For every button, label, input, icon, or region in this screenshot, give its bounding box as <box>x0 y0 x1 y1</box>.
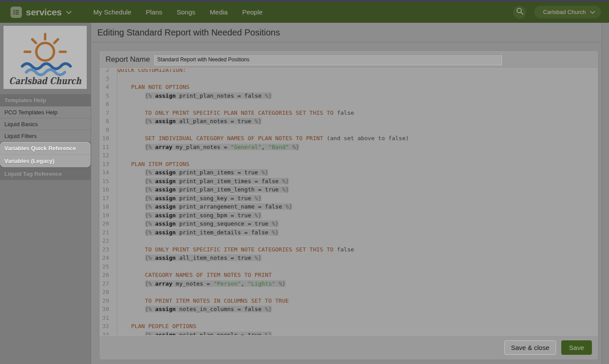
chevron-down-icon <box>66 8 71 16</box>
code-line: 18 {% assign print_arrangement_name = fa… <box>99 202 598 211</box>
line-number: 14 <box>99 168 113 177</box>
code-line: 33 {% assign print_plan_people = true %} <box>99 331 598 336</box>
line-number: 32 <box>99 322 113 331</box>
code-line: 12 <box>99 151 598 160</box>
code-lines: 2QUICK CUSTOMIZATION:3 4 PLAN NOTE OPTIO… <box>99 69 598 335</box>
content-area: Editing Standard Report with Needed Posi… <box>91 23 609 364</box>
line-number: 26 <box>99 271 113 279</box>
logo-church-name: Carlsbad Church <box>9 75 81 86</box>
code-line: 7 TO ONLY PRINT SPECIFIC PLAN NOTE CATEG… <box>99 109 598 117</box>
sidebar-section-header: Liquid Tag Reference <box>0 168 91 180</box>
code-line: 32 PLAN PEOPLE OPTIONS <box>99 322 598 331</box>
app-header: services My SchedulePlansSongsMediaPeopl… <box>0 1 609 23</box>
line-number: 31 <box>99 314 113 322</box>
report-name-input[interactable] <box>154 54 502 65</box>
code-editor[interactable]: 2QUICK CUSTOMIZATION:3 4 PLAN NOTE OPTIO… <box>99 69 598 335</box>
line-number: 22 <box>99 237 113 245</box>
code-line: 23 TO ONLY PRINT SPECIFIC ITEM NOTE CATE… <box>99 245 598 254</box>
code-line: 14 {% assign print_plan_items = true %} <box>99 168 598 177</box>
line-number: 24 <box>99 254 113 262</box>
code-line: 17 {% assign print_song_key = true %} <box>99 194 598 203</box>
nav-item-my-schedule[interactable]: My Schedule <box>93 8 131 16</box>
line-number: 30 <box>99 305 113 314</box>
services-logo-icon <box>11 7 22 18</box>
nav-item-songs[interactable]: Songs <box>177 8 195 16</box>
sidebar-active-group: Variables Quick ReferenceVariables (Lega… <box>0 142 91 167</box>
organization-menu-button[interactable]: Carlsbad Church <box>534 6 601 18</box>
line-number: 33 <box>99 331 113 336</box>
code-line: 19 {% assign print_song_bpm = true %} <box>99 211 598 220</box>
code-line: 25 <box>99 262 598 271</box>
sidebar-item[interactable]: PCO Templates Help <box>0 106 91 118</box>
church-logo: Carlsbad Church <box>4 26 87 89</box>
line-number: 17 <box>99 194 113 203</box>
sidebar-item[interactable]: Variables (Legacy) <box>0 155 91 167</box>
report-name-row: Report Name <box>99 51 598 69</box>
line-number: 28 <box>99 288 113 297</box>
line-number: 23 <box>99 245 113 254</box>
logo-wave-light <box>26 70 65 75</box>
header-right-group: Carlsbad Church <box>513 1 601 23</box>
logo-sun-icon <box>25 34 66 61</box>
search-button[interactable] <box>513 6 526 19</box>
line-number: 10 <box>99 134 113 143</box>
line-number: 8 <box>99 117 113 126</box>
code-line: 28 <box>99 288 598 297</box>
line-number: 3 <box>99 74 113 83</box>
line-number: 12 <box>99 151 113 160</box>
line-number: 15 <box>99 177 113 186</box>
line-number: 19 <box>99 211 113 220</box>
code-line: 2QUICK CUSTOMIZATION: <box>99 69 598 74</box>
line-number: 2 <box>99 69 113 74</box>
report-name-label: Report Name <box>106 55 150 64</box>
nav-item-plans[interactable]: Plans <box>146 8 163 16</box>
services-app-switcher[interactable]: services <box>11 7 83 18</box>
line-number: 5 <box>99 92 113 100</box>
line-number: 21 <box>99 228 113 237</box>
code-line: 15 {% assign print_plan_item_times = fal… <box>99 177 598 186</box>
page-title-bar: Editing Standard Report with Needed Posi… <box>91 23 609 42</box>
code-line: 24 {% assign all_item_notes = true %} <box>99 254 598 262</box>
page-title: Editing Standard Report with Needed Posi… <box>97 28 280 38</box>
code-line: 16 {% assign print_plan_item_length = tr… <box>99 185 598 194</box>
logo-wave-dark <box>22 64 71 69</box>
code-line: 20 {% assign print_song_sequence = true … <box>99 219 598 228</box>
code-line: 3 <box>99 74 598 83</box>
organization-name: Carlsbad Church <box>543 9 586 15</box>
sidebar-item[interactable]: Liquid Filters <box>0 130 91 142</box>
code-line: 22 <box>99 237 598 245</box>
line-number: 20 <box>99 219 113 228</box>
code-line: 5 {% assign print_plan_notes = false %} <box>99 92 598 100</box>
sidebar-section-header: Templates Help <box>0 94 91 106</box>
line-number: 29 <box>99 297 113 305</box>
search-icon <box>516 7 524 17</box>
sidebar: Carlsbad Church Templates HelpPCO Templa… <box>0 23 91 364</box>
nav-item-people[interactable]: People <box>242 8 263 16</box>
line-number: 16 <box>99 185 113 194</box>
nav-item-media[interactable]: Media <box>210 8 228 16</box>
code-line: 9 <box>99 126 598 134</box>
report-editor-panel: Report Name 2QUICK CUSTOMIZATION:3 4 PLA… <box>99 50 598 360</box>
sidebar-item[interactable]: Liquid Basics <box>0 118 91 130</box>
sidebar-menu: Templates HelpPCO Templates HelpLiquid B… <box>0 94 91 180</box>
gutter-divider <box>117 69 117 335</box>
panel-footer: Save & close Save <box>99 335 598 360</box>
code-line: 26 CATEGORY NAMES OF ITEM NOTES TO PRINT <box>99 271 598 279</box>
page-scrollbar[interactable] <box>602 23 609 364</box>
code-line: 8 {% assign all_plan_notes = true %} <box>99 117 598 126</box>
line-number: 7 <box>99 109 113 117</box>
line-number: 11 <box>99 143 113 152</box>
save-and-close-button[interactable]: Save & close <box>504 340 556 355</box>
line-number: 13 <box>99 160 113 169</box>
code-line: 10 SET INDIVIDUAL CATEGORY NAMES OF PLAN… <box>99 134 598 143</box>
line-number: 18 <box>99 202 113 211</box>
save-button[interactable]: Save <box>561 340 592 355</box>
line-number: 27 <box>99 279 113 288</box>
code-line: 4 PLAN NOTE OPTIONS <box>99 83 598 92</box>
sidebar-item[interactable]: Variables Quick Reference <box>0 142 91 155</box>
code-line: 21 {% assign print_item_details = false … <box>99 228 598 237</box>
code-line: 29 TO PRINT ITEM NOTES IN COLUMNS SET TO… <box>99 297 598 305</box>
code-line: 11 {% array my_plan_notes = "General", "… <box>99 143 598 152</box>
code-line: 31 <box>99 314 598 322</box>
code-line: 30 {% assign notes_in_columns = false %} <box>99 305 598 314</box>
